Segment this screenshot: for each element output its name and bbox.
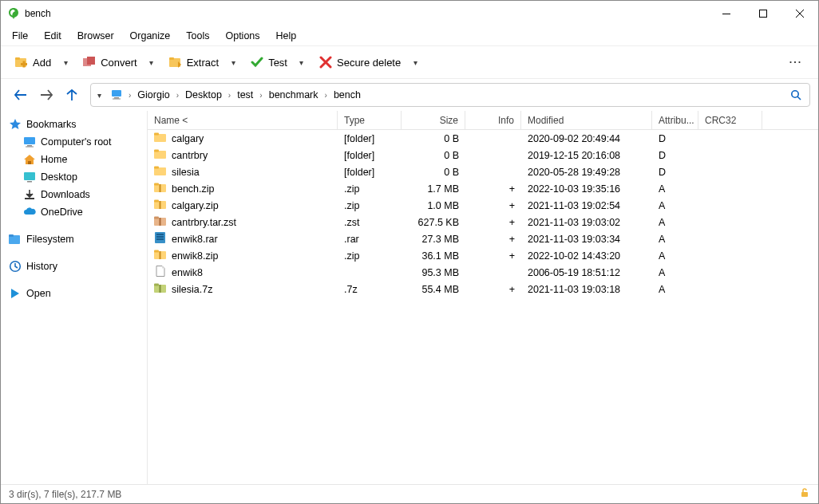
col-attributes[interactable]: Attribu... [652, 111, 698, 129]
file-modified: 2022-10-03 19:35:16 [521, 183, 652, 195]
breadcrumb-seg-1[interactable]: Desktop [180, 85, 227, 105]
menu-file[interactable]: File [4, 26, 36, 45]
file-row[interactable]: cantrbry.tar.zst.zst627.5 KB+2021-11-03 … [148, 214, 818, 230]
file-row[interactable]: silesia[folder]0 B2020-05-28 19:49:28D [148, 163, 818, 180]
menu-tools[interactable]: Tools [178, 26, 217, 45]
file-attr: A [652, 284, 698, 295]
convert-dropdown[interactable]: ▾ [144, 50, 160, 74]
file-type: [folder] [338, 167, 402, 178]
file-type: .zst [338, 217, 402, 228]
sidebar-open[interactable]: Open [4, 285, 144, 302]
file-info: + [465, 284, 521, 295]
col-crc[interactable]: CRC32 [698, 111, 762, 129]
sidebar-downloads-label: Downloads [41, 189, 90, 200]
add-button[interactable]: Add [9, 50, 57, 74]
breadcrumb-seg-3[interactable]: benchmark [264, 85, 323, 105]
file-modified: 2021-11-03 19:03:02 [521, 217, 652, 228]
status-summary: 3 dir(s), 7 file(s), 217.7 MB [9, 489, 121, 500]
more-button[interactable]: ··· [781, 50, 810, 74]
search-button[interactable] [785, 85, 806, 105]
svg-rect-17 [24, 172, 35, 180]
sidebar-onedrive[interactable]: OneDrive [4, 203, 144, 221]
sidebar-history[interactable]: History [4, 258, 144, 275]
navbar: ▾ › Giorgio › Desktop › test › benchmark… [1, 79, 818, 111]
file-modified: 2021-11-03 19:03:34 [521, 234, 652, 245]
svg-rect-2 [15, 57, 20, 60]
sidebar-desktop[interactable]: Desktop [4, 168, 144, 186]
file-row[interactable]: enwik8.zip.zip36.1 MB+2022-10-02 14:43:2… [148, 247, 818, 264]
breadcrumb-seg-0[interactable]: Giorgio [133, 85, 174, 105]
file-name: silesia [172, 167, 200, 178]
file-type: .zip [338, 250, 402, 262]
menu-options[interactable]: Options [217, 26, 267, 45]
file-type: .zip [338, 183, 402, 195]
menu-edit[interactable]: Edit [36, 26, 69, 45]
svg-rect-47 [160, 285, 161, 293]
chevron-down-icon: ▾ [97, 91, 101, 100]
file-type: .zip [338, 200, 402, 211]
sidebar-downloads[interactable]: Downloads [4, 186, 144, 203]
window-title: bench [25, 8, 51, 19]
file-row[interactable]: enwik895.3 MB2006-05-19 18:51:12A [148, 264, 818, 281]
chevron-down-icon: ▾ [299, 58, 303, 67]
maximize-button[interactable] [745, 1, 781, 26]
svg-rect-40 [156, 236, 164, 238]
minimize-button[interactable] [708, 1, 745, 26]
breadcrumb-seg-4[interactable]: bench [329, 85, 366, 105]
col-size[interactable]: Size [402, 111, 465, 129]
file-size: 627.5 KB [402, 217, 465, 228]
menu-help[interactable]: Help [268, 26, 305, 45]
close-button[interactable] [781, 1, 818, 26]
col-info[interactable]: Info [465, 111, 521, 129]
svg-rect-28 [154, 167, 159, 169]
breadcrumb-seg-2[interactable]: test [232, 85, 258, 105]
secure-delete-button[interactable]: Secure delete [313, 50, 407, 74]
file-attr: D [652, 133, 698, 144]
address-monitor-icon[interactable] [106, 85, 127, 105]
file-name: silesia.7z [172, 284, 212, 295]
sidebar-desktop-label: Desktop [41, 171, 77, 183]
secure-delete-dropdown[interactable]: ▾ [407, 50, 423, 74]
file-row[interactable]: enwik8.rar.rar27.3 MB+2021-11-03 19:03:3… [148, 230, 818, 247]
col-type[interactable]: Type [338, 111, 402, 129]
address-bar[interactable]: ▾ › Giorgio › Desktop › test › benchmark… [90, 83, 810, 107]
file-size: 27.3 MB [402, 234, 465, 245]
extract-button[interactable]: Extract [163, 50, 225, 74]
col-modified[interactable]: Modified [521, 111, 652, 129]
address-root-dropdown[interactable]: ▾ [93, 85, 106, 105]
up-button[interactable] [60, 83, 84, 107]
sidebar-computer-root-label: Computer's root [41, 136, 112, 148]
menu-browser[interactable]: Browser [69, 26, 122, 45]
file-row[interactable]: calgary.zip.zip1.0 MB+2021-11-03 19:02:5… [148, 197, 818, 214]
file-icon [154, 248, 167, 263]
svg-rect-21 [9, 234, 14, 237]
file-row[interactable]: cantrbry[folder]0 B2019-12-15 20:16:08D [148, 147, 818, 163]
file-name: cantrbry [172, 150, 208, 161]
col-name[interactable]: Name < [148, 111, 338, 129]
main-split: Bookmarks Computer's root Home Desktop D… [1, 111, 818, 484]
file-row[interactable]: silesia.7z.7z55.4 MB+2021-11-03 19:03:18… [148, 281, 818, 297]
sidebar-computer-root[interactable]: Computer's root [4, 133, 144, 151]
svg-point-12 [792, 91, 798, 97]
test-button[interactable]: Test [244, 50, 294, 74]
extract-dropdown[interactable]: ▾ [225, 50, 241, 74]
forward-button[interactable] [34, 83, 58, 107]
svg-rect-6 [87, 57, 95, 65]
sidebar-bookmarks[interactable]: Bookmarks [4, 116, 144, 133]
test-dropdown[interactable]: ▾ [294, 50, 310, 74]
svg-rect-9 [112, 90, 121, 96]
file-rows: calgary[folder]0 B2020-09-02 20:49:44Dca… [148, 130, 818, 484]
chevron-right-icon: › [227, 91, 232, 100]
svg-rect-39 [156, 234, 164, 235]
svg-rect-13 [24, 137, 35, 144]
file-info: + [465, 234, 521, 245]
sidebar-home[interactable]: Home [4, 151, 144, 168]
add-dropdown[interactable]: ▾ [57, 50, 73, 74]
back-button[interactable] [9, 83, 33, 107]
file-row[interactable]: calgary[folder]0 B2020-09-02 20:49:44D [148, 130, 818, 147]
file-row[interactable]: bench.zip.zip1.7 MB+2022-10-03 19:35:16A [148, 180, 818, 197]
menu-organize[interactable]: Organize [122, 26, 179, 45]
sidebar-filesystem[interactable]: Filesystem [4, 230, 144, 248]
file-attr: A [652, 200, 698, 211]
convert-button[interactable]: Convert [77, 50, 144, 74]
